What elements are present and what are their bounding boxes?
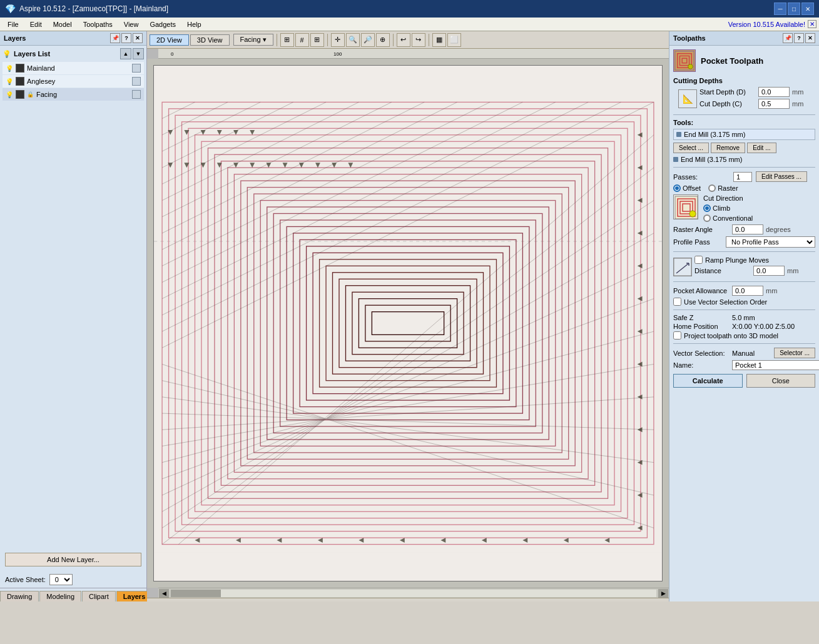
layers-title-arrows: ▲ ▼ [120, 48, 144, 59]
use-vector-order-checkbox[interactable] [673, 298, 681, 306]
tool-item-endmill[interactable]: End Mill (3.175 mm) [674, 129, 815, 139]
fit-view-icon[interactable]: ⊞ [280, 33, 294, 47]
ramp-checkbox[interactable] [694, 256, 703, 264]
toolpath-content: Pocket Toolpath Cutting Depths 📐 Start D… [669, 46, 819, 391]
offset-radio-button[interactable] [673, 184, 681, 192]
undo-icon[interactable]: ↩ [397, 33, 410, 47]
layers-title: 💡 Layers List [3, 50, 50, 58]
selector-button[interactable]: Selector ... [774, 348, 815, 358]
layer-anglesey[interactable]: 💡 Anglesey [3, 75, 144, 88]
title-bar-controls[interactable]: ─ □ ✕ [774, 3, 814, 15]
menu-view[interactable]: View [119, 19, 144, 29]
offset-label: Offset [683, 184, 701, 192]
raster-radio-button[interactable] [708, 184, 716, 192]
tab-modeling[interactable]: Modeling [39, 591, 81, 601]
cut-depth-input[interactable] [758, 99, 790, 109]
cut-depth-label: Cut Depth (C) [699, 100, 756, 108]
maximize-button[interactable]: □ [788, 3, 800, 15]
view-2d-button[interactable]: 2D View [150, 34, 189, 46]
layer-view-icon[interactable]: ▦ [432, 33, 446, 47]
select-tool-button[interactable]: Select ... [673, 143, 709, 153]
start-depth-input[interactable] [758, 87, 790, 97]
profile-pass-select[interactable]: No Profile Pass Last First [726, 236, 815, 248]
scroll-thumb[interactable] [171, 590, 221, 597]
redo-icon[interactable]: ↪ [412, 33, 425, 47]
toolpaths-help-icon[interactable]: ? [794, 33, 804, 43]
menu-model[interactable]: Model [48, 19, 77, 29]
offset-radio[interactable]: Offset [673, 184, 701, 192]
layer-mainland-scroll[interactable] [132, 64, 141, 73]
divider3 [673, 251, 815, 252]
close-toolpath-button[interactable]: Close [746, 374, 816, 388]
panel-spacer [0, 299, 146, 548]
tab-drawing[interactable]: Drawing [0, 591, 39, 601]
left-panel: Layers 📌 ? ✕ 💡 Layers List ▲ ▼ [0, 31, 147, 601]
add-new-layer-button[interactable]: Add New Layer... [5, 553, 141, 566]
tools-label: Tools: [673, 119, 815, 126]
climb-radio[interactable]: Climb [703, 204, 760, 212]
minimize-button[interactable]: ─ [774, 3, 786, 15]
drawing-area[interactable] [153, 65, 663, 581]
layer-eye-icon: 💡 [6, 78, 13, 85]
active-sheet-select[interactable]: 0 [49, 574, 73, 585]
grid-icon[interactable]: # [295, 33, 309, 47]
conventional-radio[interactable]: Conventional [703, 214, 760, 222]
calculate-button[interactable]: Calculate [673, 374, 743, 388]
tab-clipart[interactable]: Clipart [82, 591, 116, 601]
cursor-coords: X: 93.6254 Y:142.9008 [594, 601, 664, 602]
horizontal-scrollbar[interactable]: ◀ ▶ [158, 588, 669, 598]
passes-input[interactable] [733, 172, 752, 182]
zoom-fit-icon[interactable]: 🔍 [346, 33, 360, 47]
toolbar-separator4 [429, 34, 429, 46]
menu-file[interactable]: File [3, 19, 24, 29]
facing-dropdown-button[interactable]: Facing ▾ [233, 34, 273, 46]
remove-tool-button[interactable]: Remove [711, 143, 745, 153]
view-3d-button[interactable]: 3D View [190, 34, 230, 46]
layer-facing-scroll[interactable] [132, 90, 141, 99]
ramp-distance-row: Distance mm [694, 266, 798, 276]
zoom-select-icon[interactable]: 🔎 [361, 33, 375, 47]
move-layer-up-button[interactable]: ▲ [120, 48, 131, 59]
layer-mainland-name: Mainland [27, 64, 130, 72]
panel-help-icon[interactable]: ? [121, 33, 131, 43]
zoom-in-icon[interactable]: ⊕ [376, 33, 390, 47]
sheet-icon[interactable]: ⬜ [447, 33, 461, 47]
project-3d-checkbox[interactable] [673, 331, 681, 340]
snap-grid-icon[interactable]: ⊞ [310, 33, 324, 47]
pocket-allowance-label: Pocket Allowance [673, 287, 730, 294]
close-button[interactable]: ✕ [801, 3, 814, 15]
version-close-icon[interactable]: ✕ [808, 20, 816, 28]
layer-lock-icon: 🔒 [27, 91, 34, 98]
ramp-distance-input[interactable] [753, 266, 785, 276]
tool-action-row: Select ... Remove Edit ... [673, 143, 815, 153]
raster-radio[interactable]: Raster [708, 184, 738, 192]
layer-mainland[interactable]: 💡 Mainland [3, 62, 144, 74]
panel-close-icon[interactable]: ✕ [133, 33, 143, 43]
panel-pin-icon[interactable]: 📌 [110, 33, 120, 43]
toolpaths-close-icon[interactable]: ✕ [805, 33, 815, 43]
project-3d-row: Project toolpath onto 3D model [673, 331, 815, 340]
toolpaths-pin-icon[interactable]: 📌 [783, 33, 793, 43]
edit-passes-button[interactable]: Edit Passes ... [756, 171, 807, 182]
menu-help[interactable]: Help [182, 19, 206, 29]
move-layer-down-button[interactable]: ▼ [133, 48, 144, 59]
toolbar: 2D View 3D View Facing ▾ ⊞ # ⊞ ✛ 🔍 🔎 ⊕ ↩… [147, 31, 669, 49]
menu-edit[interactable]: Edit [25, 19, 47, 29]
main-layout: Layers 📌 ? ✕ 💡 Layers List ▲ ▼ [0, 31, 819, 601]
main-canvas[interactable] [147, 59, 669, 588]
layers-section: 💡 Layers List ▲ ▼ 💡 Mainland 💡 Anglesey [0, 46, 146, 299]
climb-radio-button[interactable] [703, 204, 711, 212]
pocket-allowance-input[interactable] [732, 286, 763, 296]
name-input[interactable] [732, 360, 819, 370]
snap-icon[interactable]: ✛ [331, 33, 345, 47]
layer-anglesey-scroll[interactable] [132, 77, 141, 86]
menu-gadgets[interactable]: Gadgets [145, 19, 181, 29]
conventional-radio-button[interactable] [703, 214, 711, 222]
menu-toolpaths[interactable]: Toolpaths [78, 19, 118, 29]
scroll-left-button[interactable]: ◀ [159, 589, 169, 598]
raster-angle-input[interactable] [732, 224, 763, 234]
scroll-right-button[interactable]: ▶ [658, 589, 668, 598]
home-pos-value: X:0.00 Y:0.00 Z:5.00 [732, 323, 795, 330]
layer-facing[interactable]: 💡 🔒 Facing [3, 88, 144, 101]
edit-tool-button[interactable]: Edit ... [747, 143, 776, 153]
